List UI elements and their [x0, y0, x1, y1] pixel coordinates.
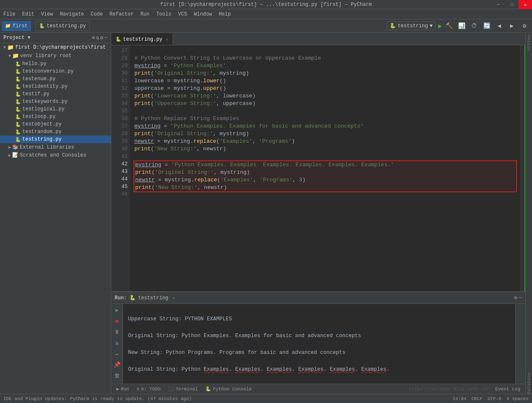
- menu-code[interactable]: Code: [87, 9, 106, 19]
- menu-file[interactable]: File: [0, 9, 19, 19]
- editor-container[interactable]: 27 28 29 30 31 32 33 34 35 36 37 38 39 4…: [111, 45, 525, 291]
- cursor-position[interactable]: 14:84: [453, 396, 466, 401]
- run-panel-header: Run: 🐍 teststring ✕ ⚙ ─: [111, 292, 525, 304]
- tree-testlogical[interactable]: 🐍 testlogical.py: [0, 105, 111, 113]
- code-editor[interactable]: # Python Convert String to Lowercase or …: [130, 45, 520, 291]
- py-icon: 🐍: [15, 84, 21, 89]
- build-button[interactable]: 🔨: [443, 21, 455, 31]
- tree-testidentity[interactable]: 🐍 testidentity.py: [0, 83, 111, 90]
- minimize-button[interactable]: ─: [492, 0, 505, 9]
- tab-todo[interactable]: ≡ 6: TODO: [133, 385, 164, 394]
- py-icon: 🐍: [15, 69, 21, 74]
- run-pause-button[interactable]: ⏸: [113, 327, 122, 337]
- encoding[interactable]: UTF-8: [487, 396, 501, 401]
- root-label: first D:\pycharmprojects\first: [15, 44, 106, 50]
- menu-navigate[interactable]: Navigate: [56, 9, 87, 19]
- menu-help[interactable]: Help: [215, 9, 234, 19]
- project-tab-label: first: [13, 23, 28, 29]
- run-pin-button[interactable]: 📌: [113, 360, 122, 369]
- tree-teststring[interactable]: 🐍 teststring.py: [0, 136, 111, 143]
- run-clear-button[interactable]: 🗑: [113, 371, 122, 380]
- tree-root[interactable]: ▼ 📁 first D:\pycharmprojects\first: [0, 43, 111, 52]
- scratches-label: Scratches and Consoles: [20, 152, 86, 158]
- run-tab-close[interactable]: ✕: [173, 296, 175, 301]
- tab-python-console[interactable]: 🐍 Python Console: [202, 385, 255, 394]
- run-scroll-button[interactable]: ⇊: [113, 338, 122, 348]
- tree-external-libs[interactable]: ▶ 📚 External Libraries: [0, 143, 111, 151]
- run-label: Run:: [115, 295, 127, 301]
- minimize-panel-icon[interactable]: ─: [104, 34, 107, 41]
- gear-icon[interactable]: ⚙: [100, 34, 103, 41]
- menu-vcs[interactable]: VCS: [175, 9, 191, 19]
- scratches-icon: 📝: [12, 152, 18, 158]
- tree-testloop[interactable]: 🐍 testloop.py: [0, 113, 111, 120]
- project-tab[interactable]: 📁 first: [2, 21, 31, 31]
- tree-testobject[interactable]: 🐍 testobject.py: [0, 120, 111, 128]
- file-tab[interactable]: 🐍 teststring.py: [35, 21, 90, 31]
- tab-terminal[interactable]: ⬛ Terminal: [165, 385, 201, 394]
- nav-back-button[interactable]: ◀: [493, 21, 505, 31]
- line-ending[interactable]: CRLF: [472, 396, 482, 401]
- tab-run[interactable]: ▶ Run: [113, 385, 132, 394]
- ext-libs-label: External Libraries: [20, 144, 74, 150]
- run-wrap-button[interactable]: ↵: [113, 349, 122, 359]
- coverage-button[interactable]: 📊: [456, 21, 467, 31]
- arrow-icon: ▼: [8, 54, 11, 58]
- close-button[interactable]: ✕: [519, 0, 532, 9]
- toolbar: 📁 first 🐍 teststring.py 🐍 teststring ▼ ▶…: [0, 19, 532, 33]
- settings-icon[interactable]: ⇅: [96, 34, 100, 41]
- run-minimize-icon[interactable]: ─: [519, 295, 522, 301]
- tab-close-button[interactable]: ✕: [166, 37, 168, 42]
- tree-venv[interactable]: ▼ 📁 venv library root: [0, 52, 111, 60]
- hello-label: hello.py: [22, 61, 47, 67]
- tree-testrandom[interactable]: 🐍 testrandom.py: [0, 128, 111, 136]
- status-message: IDE and Plugin Updates: PyCharm is ready…: [3, 396, 192, 401]
- menu-refactor[interactable]: Refactor: [106, 9, 137, 19]
- tree-scratches[interactable]: ▶ 📝 Scratches and Consoles: [0, 151, 111, 159]
- indentation[interactable]: 4 spaces: [506, 396, 529, 401]
- menu-edit[interactable]: Edit: [19, 9, 38, 19]
- run-config-selector[interactable]: 🐍 teststring ▼: [387, 21, 435, 30]
- event-log-button[interactable]: Event Log: [495, 387, 520, 392]
- scv-label: SCVIew: [527, 34, 531, 50]
- testenum-label: testenum.py: [22, 76, 55, 82]
- tree-testif[interactable]: 🐍 testif.py: [0, 90, 111, 98]
- nav-forward-button[interactable]: ▶: [506, 21, 518, 31]
- menu-bar: File Edit View Navigate Code Refactor Ru…: [0, 9, 532, 19]
- menu-view[interactable]: View: [38, 9, 57, 19]
- settings-button[interactable]: ⚙: [519, 21, 530, 31]
- menu-window[interactable]: Window: [191, 9, 215, 19]
- py-icon: 🐍: [15, 76, 21, 82]
- py-icon: 🐍: [15, 137, 21, 142]
- run-settings-icon[interactable]: ⚙: [514, 295, 517, 301]
- output-line-4: Original String: Python Examples. Exampl…: [128, 365, 510, 374]
- tree-testenum[interactable]: 🐍 testenum.py: [0, 75, 111, 83]
- run-panel: Run: 🐍 teststring ✕ ⚙ ─ ▶ ■ ⏸ ⇊ ↵: [111, 291, 525, 384]
- output-line-2: Original String: Python Examples. Exampl…: [128, 332, 510, 340]
- update-button[interactable]: 🔄: [481, 21, 493, 31]
- python-console-tab-text: Python Console: [213, 387, 252, 392]
- testif-label: testif.py: [22, 91, 50, 97]
- run-right-scrollbar[interactable]: [515, 304, 525, 384]
- todo-icon: ≡: [136, 387, 139, 392]
- output-line-3: New String: Python Programs. Programs fo…: [128, 348, 510, 357]
- menu-run[interactable]: Run: [137, 9, 153, 19]
- tree-testkeywords[interactable]: 🐍 testkeywords.py: [0, 98, 111, 105]
- run-play-button[interactable]: ▶: [113, 306, 122, 315]
- scrollbar[interactable]: [520, 45, 525, 291]
- editor-tab-teststring[interactable]: 🐍 teststring.py ✕: [111, 33, 173, 45]
- profile-button[interactable]: ⏱: [468, 21, 480, 31]
- right-panel: SCVIew Database: [525, 33, 532, 394]
- py-icon: 🐍: [15, 61, 21, 67]
- add-icon[interactable]: ⊕: [92, 34, 95, 41]
- tree-testconversion[interactable]: 🐍 testconversion.py: [0, 68, 111, 75]
- run-stop-button[interactable]: ■: [113, 317, 122, 326]
- run-icon: 🐍: [129, 295, 136, 301]
- run-button[interactable]: ▶: [438, 22, 442, 30]
- database-label: Database: [527, 372, 531, 394]
- tree-hello[interactable]: 🐍 hello.py: [0, 60, 111, 68]
- project-label: Project ▼: [3, 35, 31, 41]
- menu-tools[interactable]: Tools: [153, 9, 175, 19]
- maximize-button[interactable]: □: [505, 0, 519, 9]
- run-tab-label: teststring: [138, 295, 168, 301]
